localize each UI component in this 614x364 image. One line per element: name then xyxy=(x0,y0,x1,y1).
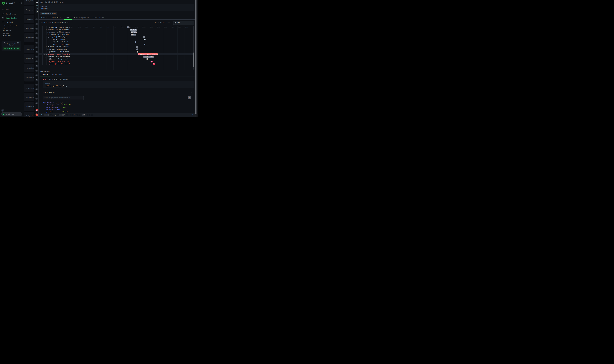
event-details-tab-overview[interactable]: Overview xyxy=(42,74,48,75)
session-card[interactable]: Kieran92@h xyxy=(24,64,34,72)
span-bar[interactable]: oteldemo. xyxy=(130,29,137,31)
location-pin-icon[interactable] xyxy=(35,65,38,67)
span-bar[interactable]: POST ht xyxy=(131,34,136,36)
location-pin-icon[interactable] xyxy=(35,88,38,90)
location-pin-icon[interactable] xyxy=(35,42,38,44)
tab-column-values[interactable]: Column Values xyxy=(52,17,61,18)
trace-span-row[interactable]: (1)checkout | oteldemo.CurrencySe…C xyxy=(39,46,193,48)
location-pin-icon[interactable] xyxy=(35,46,38,48)
session-card[interactable]: Anonymous xyxy=(24,15,34,23)
chevron-down-icon[interactable] xyxy=(45,32,46,33)
attribute-key[interactable]: rpc.grpc.status_code xyxy=(46,109,60,110)
chevron-down-icon[interactable] xyxy=(44,54,44,55)
span-bar[interactable]: oteldemo xyxy=(131,31,137,33)
tab-session-replay[interactable]: Session Replay xyxy=(93,17,104,18)
trace-span-row[interactable]: (1)checkout | oteldemo.PaymentServi…otel… xyxy=(39,53,193,55)
sidebar-preset-kubernetes[interactable]: Kubernetes xyxy=(3,35,11,36)
sidebar-item-chart-explorer[interactable]: Chart Explorer xyxy=(0,12,24,16)
chevron-down-icon[interactable] xyxy=(44,46,44,48)
window-scrollbar-thumb[interactable] xyxy=(196,0,197,114)
help-button[interactable]: ? xyxy=(1,109,4,112)
session-card[interactable]: Howard.Run xyxy=(24,73,34,81)
error-event-terminal-icon[interactable]: >_ xyxy=(36,114,38,116)
location-pin-icon[interactable] xyxy=(35,98,38,100)
sidebar-collapse-icon[interactable] xyxy=(19,2,22,4)
tab-overview[interactable]: Overview xyxy=(41,17,47,18)
chevron-down-icon[interactable] xyxy=(49,39,50,40)
trace-span-row[interactable]: payment | Visa cache full: c…V xyxy=(39,60,193,63)
span-bar[interactable]: grpc.oteldemo. xyxy=(143,56,154,58)
location-pin-icon[interactable] xyxy=(35,51,38,53)
trace-span-row[interactable]: (1)currency | Currency/ConvertC xyxy=(39,48,193,51)
sidebar-preset-clickhouse[interactable]: Clickhouse xyxy=(3,30,11,31)
span-bar[interactable]: ( xyxy=(144,44,145,45)
session-card[interactable]: Roderick_S xyxy=(24,45,34,53)
trace-span-row[interactable]: (1)checkout | oteldemo.ShippingSe…otelde… xyxy=(39,29,193,31)
log-source-select[interactable]: Logs xyxy=(173,21,194,25)
location-pin-icon[interactable] xyxy=(35,28,38,30)
trace-span-row[interactable]: currency | Convert convers…( xyxy=(39,51,193,53)
session-card[interactable]: Shaniya.Sc xyxy=(24,54,34,63)
create-dashboard-button[interactable]: + Create Dashboard xyxy=(3,25,16,26)
span-bar[interactable]: P xyxy=(143,36,145,38)
tab-surrounding-context[interactable]: Surrounding Context xyxy=(74,17,89,18)
close-icon[interactable]: × xyxy=(192,114,193,116)
location-pin-icon[interactable] xyxy=(35,18,38,20)
trace-span-row[interactable]: payment | Error: Visa cache ful…E xyxy=(39,63,193,65)
location-pin-icon[interactable] xyxy=(35,56,38,58)
session-card[interactable]: Anonymous xyxy=(24,0,34,5)
location-pin-icon[interactable] xyxy=(35,70,38,72)
window-scrollbar[interactable] xyxy=(196,0,197,117)
trace-span-row[interactable]: (2)quote | {closure}{ xyxy=(39,39,193,41)
attributes-root-row[interactable]: ▾SpanAttributes{} 6 keys xyxy=(43,102,63,104)
location-pin-icon[interactable] xyxy=(35,74,38,76)
error-event-swap-arrows-icon[interactable]: ⇄ xyxy=(36,109,38,111)
span-bar[interactable]: ( xyxy=(135,41,136,43)
sidebar-item-search[interactable]: Search xyxy=(0,8,24,11)
location-pin-icon[interactable] xyxy=(35,79,38,81)
waterfall-scrollbar-thumb[interactable] xyxy=(193,52,194,67)
trace-span-row[interactable]: quote | Calculated q…( xyxy=(39,41,193,43)
span-bar[interactable]: C xyxy=(136,46,138,48)
chevron-down-icon[interactable] xyxy=(45,56,46,58)
span-bar[interactable]: (C xyxy=(127,26,130,28)
account-menu[interactable]: U Local mode › xyxy=(1,112,22,116)
location-pin-icon[interactable] xyxy=(35,84,38,86)
tab-trace[interactable]: Trace xyxy=(66,17,69,18)
span-bar[interactable]: { xyxy=(144,39,146,40)
attributes-settings-button[interactable]: ⚙ xyxy=(188,96,191,99)
chevron-down-icon[interactable] xyxy=(48,37,49,38)
span-bar[interactable]: C xyxy=(136,49,138,50)
sidebar-preset-services[interactable]: Services xyxy=(3,32,9,34)
modal-scrollbar-thumb[interactable] xyxy=(195,0,196,114)
session-filter-button[interactable]: H xyxy=(36,10,39,13)
session-card[interactable]: Dolly.Lubo xyxy=(24,112,34,117)
trace-span-row[interactable]: payment | Charge request rec…( xyxy=(39,58,193,60)
location-pin-icon[interactable] xyxy=(35,102,38,104)
session-card[interactable]: Anonymous xyxy=(24,6,34,14)
span-bar[interactable]: ( xyxy=(146,58,148,60)
span-bar[interactable]: V xyxy=(151,61,153,63)
span-bar[interactable]: oteldemo.PaymentService/Char xyxy=(138,53,158,55)
sidebar-item-client-sessions[interactable]: Client Sessions xyxy=(0,16,24,20)
session-card[interactable]: Walton9@ho xyxy=(24,33,34,42)
trace-span-row[interactable]: (1)shipping | oteldemo.Shipping…oteldemo xyxy=(39,31,193,33)
presets-toggle[interactable]: PRESETS xyxy=(2,28,9,29)
edit-trace-id-icon[interactable]: ✎ xyxy=(72,21,73,23)
collapse-section-icon[interactable] xyxy=(191,92,192,93)
session-card[interactable]: Pearl43@ho xyxy=(24,93,34,101)
service-name-chip[interactable]: ServiceName: frontend xyxy=(40,12,57,15)
trace-span-row[interactable]: (3)payment | grpc.oteldemo.Paymen…grpc.o… xyxy=(39,55,193,58)
session-card[interactable]: Jonathan.B xyxy=(24,102,34,111)
session-card[interactable]: Ernesto33@ xyxy=(24,84,34,92)
chevron-down-icon[interactable] xyxy=(44,29,44,31)
location-pin-icon[interactable] xyxy=(35,60,38,62)
session-card[interactable]: Deion37@gm xyxy=(24,24,34,32)
trace-span-row[interactable]: (1)shipping | POST http://quo…POST ht xyxy=(39,34,193,36)
location-pin-icon[interactable] xyxy=(35,93,38,95)
attribute-key[interactable]: net.sock.peer.port xyxy=(46,106,59,108)
span-bar[interactable]: ( xyxy=(137,51,138,53)
attribute-key[interactable]: rpc.method xyxy=(46,111,53,113)
get-started-button[interactable]: Get Started for Free xyxy=(3,47,20,50)
attribute-key[interactable]: net.sock.peer.addr xyxy=(46,104,59,105)
